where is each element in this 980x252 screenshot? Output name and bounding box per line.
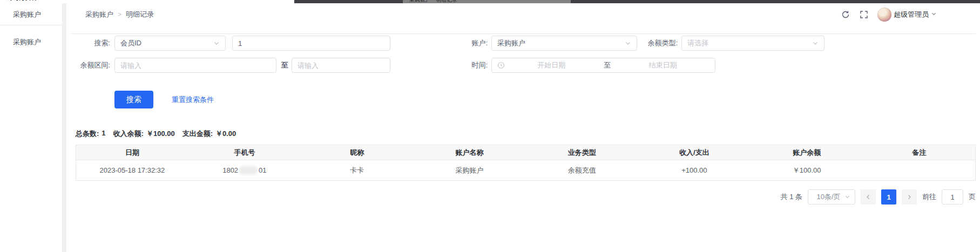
income-value: ￥100.00 bbox=[146, 129, 175, 139]
pagination: 共 1 条 10条/页 1 前往 页 bbox=[781, 189, 976, 205]
total-count-value: 1 bbox=[102, 129, 105, 139]
balance-min-input[interactable] bbox=[114, 58, 276, 73]
date-range-picker[interactable]: 开始日期 至 结束日期 bbox=[491, 58, 715, 73]
search-type-value: 会员ID bbox=[120, 38, 213, 48]
cell-nickname: 卡卡 bbox=[301, 160, 413, 181]
time-label: 时间: bbox=[443, 58, 488, 73]
account-select[interactable]: 采购账户 bbox=[491, 36, 637, 51]
summary-stats: 总条数: 1 收入余额: ￥100.00 支出金额: ￥0.00 bbox=[76, 129, 236, 139]
sidebar-item-purchase-account-group[interactable]: 采购账户 bbox=[0, 3, 62, 25]
income-label: 收入余额: bbox=[113, 129, 144, 139]
user-name: 超级管理员 bbox=[894, 10, 929, 19]
search-label: 搜索: bbox=[65, 36, 110, 51]
expense-label: 支出金额: bbox=[183, 129, 213, 139]
cell-business-type: 余额充值 bbox=[526, 160, 638, 181]
breadcrumb-separator: > bbox=[118, 11, 121, 18]
balance-type-placeholder: 请选择 bbox=[687, 38, 812, 48]
balance-max-input[interactable] bbox=[292, 58, 390, 73]
cell-phone: 180201 bbox=[188, 160, 301, 181]
user-menu[interactable]: 超级管理员 bbox=[877, 8, 937, 22]
fullscreen-icon[interactable] bbox=[859, 10, 869, 19]
total-count-stat: 总条数: 1 bbox=[76, 129, 106, 139]
search-type-select[interactable]: 会员ID bbox=[114, 36, 226, 51]
expense-value: ￥0.00 bbox=[215, 129, 236, 139]
end-date-placeholder[interactable]: 结束日期 bbox=[617, 60, 710, 70]
current-page-button[interactable]: 1 bbox=[881, 189, 896, 205]
search-button[interactable]: 搜索 bbox=[114, 91, 153, 108]
chevron-down-icon bbox=[844, 193, 850, 201]
sidebar: 采购账户 采购账户 bbox=[0, 3, 62, 252]
page-size-select[interactable]: 10条/页 bbox=[808, 189, 855, 205]
cell-remark bbox=[863, 160, 975, 181]
col-header-nickname: 昵称 bbox=[301, 145, 413, 160]
col-header-phone: 手机号 bbox=[188, 145, 301, 160]
col-header-balance: 账户余额 bbox=[751, 145, 863, 160]
topbar: 采购账户 > 明细记录 超级管理员 bbox=[66, 3, 980, 25]
col-header-account-name: 账户名称 bbox=[413, 145, 525, 160]
avatar[interactable] bbox=[877, 8, 891, 22]
breadcrumb-item-purchase-account[interactable]: 采购账户 bbox=[85, 10, 113, 19]
expense-stat: 支出金额: ￥0.00 bbox=[183, 129, 236, 139]
cell-date: 2023-05-18 17:32:32 bbox=[76, 160, 188, 181]
balance-type-select[interactable]: 请选择 bbox=[681, 36, 824, 51]
col-header-remark: 备注 bbox=[863, 145, 975, 160]
refresh-icon[interactable] bbox=[841, 10, 850, 19]
cell-in-out: +100.00 bbox=[638, 160, 751, 181]
col-header-date: 日期 bbox=[76, 145, 188, 160]
income-stat: 收入余额: ￥100.00 bbox=[113, 129, 175, 139]
next-page-button[interactable] bbox=[902, 189, 917, 205]
range-separator: 至 bbox=[279, 58, 290, 73]
phone-masked-blur bbox=[239, 166, 258, 174]
phone-suffix: 01 bbox=[259, 166, 266, 174]
account-value: 采购账户 bbox=[497, 38, 625, 48]
pagination-total: 共 1 条 bbox=[781, 192, 802, 202]
goto-unit: 页 bbox=[969, 192, 976, 202]
records-table: 日期 手机号 昵称 账户名称 业务类型 收入/支出 账户余额 备注 2023-0… bbox=[76, 145, 976, 181]
prev-page-button[interactable] bbox=[861, 189, 876, 205]
sidebar-item-purchase-account[interactable]: 采购账户 bbox=[0, 33, 62, 51]
chevron-down-icon bbox=[213, 40, 220, 46]
goto-page-input[interactable] bbox=[942, 189, 963, 205]
reset-search-link[interactable]: 重置搜索条件 bbox=[172, 95, 214, 105]
breadcrumb: 采购账户 > 明细记录 bbox=[85, 3, 154, 25]
chevron-down-icon bbox=[812, 40, 819, 46]
start-date-placeholder[interactable]: 开始日期 bbox=[505, 60, 598, 70]
phone-prefix: 1802 bbox=[222, 166, 238, 174]
panel-top-border bbox=[71, 33, 976, 34]
date-separator: 至 bbox=[598, 60, 617, 70]
balance-type-label: 余额类型: bbox=[631, 36, 678, 51]
account-label: 账户: bbox=[443, 36, 488, 51]
balance-range-label: 余额区间: bbox=[65, 58, 110, 73]
table-header-row: 日期 手机号 昵称 账户名称 业务类型 收入/支出 账户余额 备注 bbox=[76, 145, 976, 160]
table-row[interactable]: 2023-05-18 17:32:32 180201 卡卡 采购账户 余额充值 … bbox=[76, 160, 976, 181]
topbar-actions: 超级管理员 bbox=[841, 3, 937, 25]
col-header-in-out: 收入/支出 bbox=[638, 145, 751, 160]
clock-icon bbox=[497, 62, 505, 69]
goto-label: 前往 bbox=[922, 192, 936, 202]
chevron-down-icon bbox=[931, 10, 937, 18]
col-header-business-type: 业务类型 bbox=[526, 145, 638, 160]
page-size-value: 10条/页 bbox=[813, 192, 844, 202]
total-count-label: 总条数: bbox=[76, 129, 99, 139]
cell-balance: ￥100.00 bbox=[751, 160, 863, 181]
cell-account-name: 采购账户 bbox=[413, 160, 525, 181]
search-keyword-input[interactable] bbox=[232, 36, 390, 51]
breadcrumb-item-detail-records: 明细记录 bbox=[126, 10, 154, 19]
